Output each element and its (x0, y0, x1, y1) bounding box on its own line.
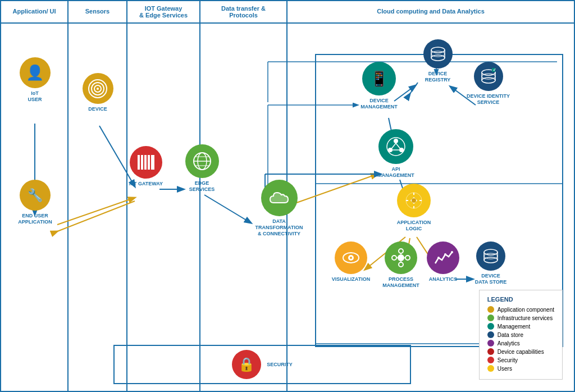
svg-line-54 (396, 143, 400, 149)
svg-line-53 (391, 143, 396, 149)
edge-services-label: EDGESERVICES (189, 180, 215, 193)
svg-rect-29 (138, 155, 140, 170)
legend-dot-users (487, 365, 494, 372)
legend-dot-app (487, 306, 494, 313)
col-header-transfer: Data transfer & Protocols (200, 1, 288, 22)
device-management-node: 📱 DEVICEMANAGEMENT (354, 62, 404, 110)
device-identity-circle (474, 62, 503, 91)
legend-dot-device-cap (487, 348, 494, 355)
iot-user-node: 👤 IoTUSER (12, 57, 57, 103)
svg-point-28 (97, 88, 99, 90)
svg-point-65 (405, 256, 410, 260)
process-mgmt-node: PROCESSMANAGEMENT (376, 241, 426, 289)
visualization-label: VISUALIZATION (332, 276, 370, 282)
legend-dot-analytics (487, 340, 494, 347)
end-user-app-circle: 🔧 (20, 180, 51, 211)
svg-point-71 (444, 253, 446, 256)
device-data-store-label: DEVICEDATA STORE (475, 273, 507, 285)
legend-item-security: Security (487, 357, 554, 363)
svg-rect-31 (144, 155, 147, 170)
legend-item-datastore: Data store (487, 331, 554, 338)
svg-point-43 (431, 51, 445, 57)
iot-gateway-label: IoT GATEWAY (129, 181, 163, 187)
app-logic-label: APPLICATIONLOGIC (397, 220, 431, 232)
process-mgmt-circle (385, 241, 417, 274)
col-gateway-section (127, 24, 200, 391)
visualization-circle (335, 241, 367, 274)
legend-item-users: Users (487, 365, 554, 372)
svg-point-70 (437, 257, 440, 259)
svg-rect-33 (151, 155, 154, 170)
end-user-app-label: END USERAPPLICATION (18, 213, 52, 225)
iot-user-label: IoTUSER (28, 90, 42, 103)
security-circle: 🔒 (232, 350, 261, 379)
legend-dot-datastore (487, 331, 494, 338)
api-management-node: APIMANAGEMENT (371, 129, 421, 179)
edge-services-node: EDGESERVICES (178, 144, 226, 193)
device-identity-label: DEVICE IDENTITYSERVICE (467, 93, 510, 106)
process-mgmt-label: PROCESSMANAGEMENT (382, 276, 419, 289)
app-logic-node: APPLICATIONLOGIC (389, 184, 439, 232)
col-header-cloud: Cloud computing and Data Analytics (288, 1, 574, 22)
legend-item-infra: Infrastructure services (487, 314, 554, 321)
data-transform-label: DATA TRANSFORMATION& CONNECTIVITY (248, 218, 310, 236)
security-box: 🔒 SECURITY (113, 345, 411, 384)
svg-point-61 (398, 254, 404, 261)
visualization-node: VISUALIZATION (328, 241, 374, 282)
legend-title: LEGEND (487, 296, 554, 303)
svg-point-77 (484, 253, 498, 259)
legend-dot-mgmt (487, 323, 494, 330)
svg-rect-32 (148, 155, 150, 170)
svg-point-60 (350, 257, 352, 259)
legend-dot-infra (487, 314, 494, 321)
col-header-app: Application/ UI (1, 1, 69, 22)
device-identity-node: DEVICE IDENTITYSERVICE (462, 62, 515, 106)
device-data-store-circle (476, 241, 505, 271)
legend-dot-security (487, 357, 494, 363)
security-label: SECURITY (267, 362, 293, 368)
legend: LEGEND Application component Infrastruct… (479, 290, 563, 380)
svg-point-64 (392, 256, 396, 260)
device-node: DEVICE (75, 73, 120, 112)
svg-rect-30 (141, 155, 143, 170)
legend-item-app: Application component (487, 306, 554, 313)
app-logic-circle (397, 184, 431, 217)
iot-user-circle: 👤 (20, 57, 51, 88)
edge-services-circle (185, 144, 219, 178)
legend-item-device-cap: Device capabilities (487, 348, 554, 355)
svg-point-57 (412, 198, 416, 203)
device-circle (83, 73, 113, 104)
iot-gateway-node: IoT GATEWAY (124, 146, 168, 187)
device-data-store-node: DEVICEDATA STORE (466, 241, 515, 285)
data-transform-node: DATA TRANSFORMATION& CONNECTIVITY (248, 180, 310, 236)
analytics-circle (427, 241, 459, 274)
legend-item-mgmt: Management (487, 323, 554, 330)
device-management-circle: 📱 (362, 62, 396, 95)
col-header-sensors: Sensors (69, 1, 127, 22)
device-label: DEVICE (88, 106, 107, 112)
col-header-gateway: IOT Gateway & Edge Services (127, 1, 200, 22)
analytics-node: ANALYTICS (421, 241, 465, 282)
svg-point-72 (451, 251, 453, 253)
svg-point-62 (399, 249, 403, 253)
legend-item-analytics: Analytics (487, 340, 554, 347)
device-registry-circle (423, 39, 453, 69)
analytics-label: ANALYTICS (429, 276, 458, 282)
column-headers: Application/ UI Sensors IOT Gateway & Ed… (1, 1, 574, 24)
device-management-label: DEVICEMANAGEMENT (360, 98, 398, 110)
svg-point-63 (399, 262, 403, 267)
device-registry-label: DEVICEREGISTRY (425, 71, 451, 83)
device-registry-node: DEVICEREGISTRY (414, 39, 462, 83)
diagram-container: Application/ UI Sensors IOT Gateway & Ed… (0, 0, 575, 392)
end-user-app-node: 🔧 END USERAPPLICATION (11, 180, 59, 225)
svg-point-48 (482, 74, 495, 79)
data-transform-circle (261, 180, 298, 216)
api-management-circle (378, 129, 413, 164)
api-management-label: APIMANAGEMENT (377, 166, 414, 179)
iot-gateway-circle (130, 146, 162, 179)
security-node: 🔒 SECURITY (232, 350, 293, 379)
svg-point-50 (394, 139, 398, 143)
